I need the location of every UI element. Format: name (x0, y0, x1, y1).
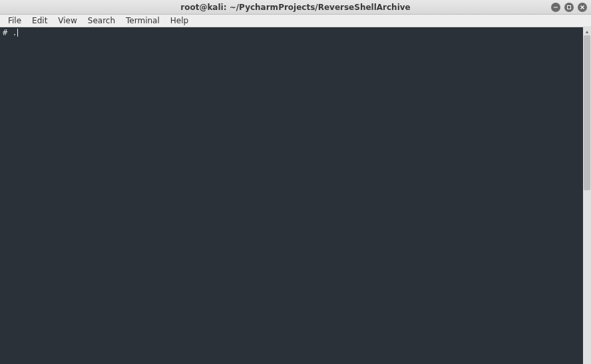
menu-view[interactable]: View (53, 15, 82, 27)
scrollbar[interactable]: ▴ (583, 27, 591, 364)
menu-edit[interactable]: Edit (27, 15, 53, 27)
minimize-icon (553, 5, 558, 10)
minimize-button[interactable] (551, 3, 560, 12)
command-input[interactable]: . (12, 28, 17, 37)
prompt-line: # . (3, 28, 580, 37)
svg-rect-0 (554, 7, 558, 7)
shell-prompt: # (3, 28, 12, 37)
menu-file[interactable]: File (3, 15, 27, 27)
title-bar: root@kali: ~/PycharmProjects/ReverseShel… (0, 0, 591, 15)
terminal[interactable]: # . (0, 27, 583, 364)
terminal-container: # . ▴ (0, 27, 591, 364)
menu-help[interactable]: Help (165, 15, 194, 27)
close-icon (580, 5, 585, 10)
window-title: root@kali: ~/PycharmProjects/ReverseShel… (0, 3, 591, 12)
menu-search[interactable]: Search (83, 15, 120, 27)
scroll-thumb[interactable] (584, 35, 590, 190)
menu-terminal[interactable]: Terminal (120, 15, 165, 27)
menu-bar: File Edit View Search Terminal Help (0, 15, 591, 27)
maximize-button[interactable] (564, 3, 574, 12)
svg-rect-1 (568, 5, 571, 9)
close-button[interactable] (578, 3, 587, 12)
scroll-up-icon[interactable]: ▴ (583, 27, 591, 35)
maximize-icon (566, 5, 572, 10)
window-controls (551, 3, 587, 12)
cursor-icon (17, 29, 18, 37)
